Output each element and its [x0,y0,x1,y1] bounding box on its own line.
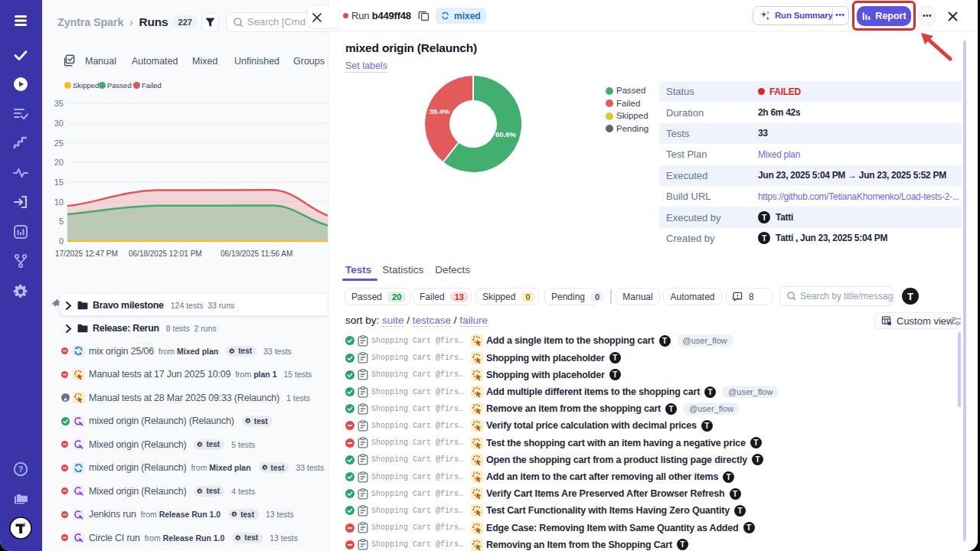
svg-text:39.4%: 39.4% [430,107,450,116]
svg-text:?: ? [18,465,24,474]
svg-text:60.6%: 60.6% [495,130,516,139]
